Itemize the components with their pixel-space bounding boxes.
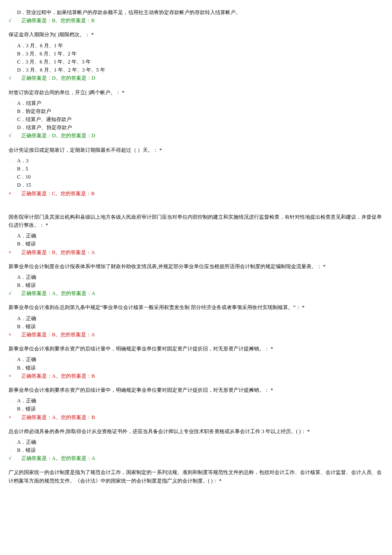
question-text: 总会计师必须具备的条件,除取得会计从业资格证书外，还应当具备会计师以上专业技术职… [9, 428, 383, 436]
option-item: B．协定存款户 [17, 107, 383, 116]
question-text: 新事业单位会计准则要求在资产的后续计量中，明确规定事业单位要对固定资产计提折旧，… [9, 386, 383, 394]
option-item: B．错误 [17, 323, 383, 331]
option-item: A．正确 [17, 356, 383, 364]
question-block: 新事业单位会计准则在总则第九条中规定“事业单位会计核算一般采用权责发生制 部分经… [9, 304, 383, 339]
answer-text: 正确答案是：A。您的答案是：A [21, 290, 95, 296]
answer-line: ×正确答案是：B。您的答案是：A [17, 331, 383, 339]
answer-text: 正确答案是：B。您的答案是：A [21, 249, 95, 255]
answer-line: √正确答案是：A。您的答案是：A [17, 454, 383, 462]
option-item: B．5 [17, 165, 383, 173]
answer-line: √正确答案是：B。您的答案是：B [17, 17, 383, 25]
option-item: A．正确 [17, 315, 383, 323]
option-item: B．错误 [17, 405, 383, 413]
answer-text: 正确答案是：A。您的答案是：A [21, 455, 95, 461]
question-block: 新事业单位会计准则要求在资产的后续计量中，明确规定事业单位要对固定资产计提折旧，… [9, 386, 383, 422]
option-item: B．错误 [17, 281, 383, 289]
answer-text: 正确答案是：A。您的答案是：B [21, 414, 95, 420]
cross-icon: × [9, 190, 15, 198]
option-item: A．正确 [17, 397, 383, 405]
option-item: A．正确 [17, 273, 383, 281]
spacer [9, 204, 383, 211]
option-item: D．15 [17, 181, 383, 189]
question-text: 保证金存入期限分为( )期限档次。： * [9, 31, 383, 39]
option-item: A．3 [17, 157, 383, 165]
option-item: D．3 月、6 月、1 年、2 年、3 年、5 年 [17, 66, 383, 74]
question-block: 新事业单位会计制度在会计报表体系中增加了财政补助收支情况表,并规定部分事业单位应… [9, 263, 383, 298]
check-icon: √ [9, 74, 15, 82]
answer-text: 正确答案是：D。您的答案是：D [21, 133, 95, 139]
answer-line: ×正确答案是：C。您的答案是：B [17, 190, 383, 198]
answer-line: √正确答案是：D。您的答案是：D [17, 132, 383, 140]
question-text: 会计凭证按日或定期装订，定期装订期限最长不得超过（ ）天。： * [9, 146, 383, 154]
option-item: B．错误 [17, 446, 383, 454]
question-text: 新事业单位会计制度在会计报表体系中增加了财政补助收支情况表,并规定部分事业单位应… [9, 263, 383, 271]
question-text: 新事业单位会计准则要求在资产的后续计量中，明确规定事业单位要对固定资产计提折旧，… [9, 345, 383, 353]
option-item: B．错误 [17, 240, 383, 248]
question-block: 广义的国家统一的会计制度是指为了规范会计工作，国家制定的一系列法规、准则和制度等… [9, 468, 383, 485]
cross-icon: × [9, 372, 15, 380]
question-text: 国务院审计部门及其派出机构和县级以上地方各级人民政府审计部门应当对单位内部控制的… [9, 213, 383, 229]
question-block: D．营业过程中，如果结算帐户的存款余额不足，信用社主动将协定存款帐户的存款转入结… [9, 9, 383, 25]
option-item: A．正确 [17, 438, 383, 446]
answer-text: 正确答案是：A。您的答案是：B [21, 373, 95, 379]
question-text: 新事业单位会计准则在总则第九条中规定“事业单位会计核算一般采用权责发生制 部分经… [9, 304, 383, 312]
check-icon: √ [9, 289, 15, 298]
option-item: B．错误 [17, 364, 383, 372]
option-item: A．结算户 [17, 99, 383, 107]
answer-text: 正确答案是：C。您的答案是：B [21, 191, 95, 197]
answer-line: ×正确答案是：A。您的答案是：B [17, 413, 383, 422]
check-icon: √ [9, 454, 15, 462]
answer-line: √正确答案是：D。您的答案是：D [17, 74, 383, 82]
option-item: A．正确 [17, 232, 383, 240]
option-item: C．结算户、通知存款户 [17, 116, 383, 124]
answer-text: 正确答案是：B。您的答案是：B [21, 17, 95, 23]
question-block: 新事业单位会计准则要求在资产的后续计量中，明确规定事业单位要对固定资产计提折旧，… [9, 345, 383, 380]
question-block: 总会计师必须具备的条件,除取得会计从业资格证书外，还应当具备会计师以上专业技术职… [9, 428, 383, 463]
cross-icon: × [9, 331, 15, 339]
option-item: C．10 [17, 173, 383, 181]
question-block: 对签订协定存款合同的单位，开立( )两个帐户。： *A．结算户B．协定存款户C．… [9, 89, 383, 140]
option-item: C．3 月、6 月、1 年、2 年、3 年 [17, 58, 383, 66]
option-item: B．3 月、6 月、1 年、2 年 [17, 50, 383, 58]
question-block: 保证金存入期限分为( )期限档次。： *A．3 月、6 月、1 年B．3 月、6… [9, 31, 383, 82]
option-item: D．营业过程中，如果结算帐户的存款余额不足，信用社主动将协定存款帐户的存款转入结… [17, 9, 383, 17]
option-item: A．3 月、6 月、1 年 [17, 42, 383, 50]
question-block: 国务院审计部门及其派出机构和县级以上地方各级人民政府审计部门应当对单位内部控制的… [9, 213, 383, 257]
answer-text: 正确答案是：D。您的答案是：D [21, 75, 95, 81]
option-item: D．结算户、协定存款户 [17, 124, 383, 132]
question-text: 广义的国家统一的会计制度是指为了规范会计工作，国家制定的一系列法规、准则和制度等… [9, 468, 383, 485]
question-text: 对签订协定存款合同的单位，开立( )两个帐户。： * [9, 89, 383, 97]
answer-line: ×正确答案是：B。您的答案是：A [17, 249, 383, 257]
question-block: 会计凭证按日或定期装订，定期装订期限最长不得超过（ ）天。： *A．3B．5C．… [9, 146, 383, 198]
answer-line: ×正确答案是：A。您的答案是：B [17, 372, 383, 380]
check-icon: √ [9, 17, 15, 25]
check-icon: √ [9, 132, 15, 140]
cross-icon: × [9, 249, 15, 257]
answer-line: √正确答案是：A。您的答案是：A [17, 289, 383, 298]
answer-text: 正确答案是：B。您的答案是：A [21, 332, 95, 338]
cross-icon: × [9, 413, 15, 422]
